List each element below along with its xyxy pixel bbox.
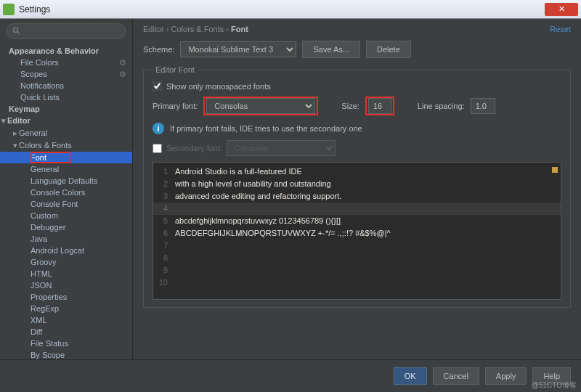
info-text: If primary font fails, IDE tries to use … bbox=[170, 124, 362, 133]
tree-item-html[interactable]: HTML bbox=[0, 268, 132, 279]
tree-item-editor[interactable]: ▾Editor bbox=[0, 115, 132, 127]
tree-item-json[interactable]: JSON bbox=[0, 279, 132, 291]
size-highlight bbox=[365, 97, 394, 115]
tree-item-file-status[interactable]: File Status bbox=[0, 338, 132, 349]
line-spacing-input[interactable] bbox=[471, 98, 495, 114]
tree-item-console-colors[interactable]: Console Colors bbox=[0, 187, 132, 198]
titlebar: Settings ✕ bbox=[0, 0, 581, 19]
close-icon[interactable]: ✕ bbox=[545, 3, 578, 16]
reset-link[interactable]: Reset bbox=[550, 25, 571, 33]
breadcrumb: Editor › Colors & Fonts › Font bbox=[143, 25, 571, 33]
size-input[interactable] bbox=[368, 98, 391, 114]
tree-item-general[interactable]: ▸General bbox=[0, 127, 132, 139]
app-icon bbox=[3, 4, 15, 15]
tree-item-by-scope[interactable]: By Scope bbox=[0, 349, 132, 359]
tree-item-properties[interactable]: Properties bbox=[0, 291, 132, 303]
tree-item-keymap[interactable]: Keymap bbox=[0, 103, 132, 115]
secondary-font-checkbox[interactable] bbox=[153, 144, 162, 153]
tree-item-regexp[interactable]: RegExp bbox=[0, 303, 132, 314]
ok-button[interactable]: OK bbox=[394, 367, 427, 385]
search-input[interactable] bbox=[6, 23, 126, 39]
tree-item-xml[interactable]: XML bbox=[0, 314, 132, 326]
tree-item-android-logcat[interactable]: Android Logcat bbox=[0, 245, 132, 256]
size-label: Size: bbox=[341, 102, 359, 110]
gear-icon: ⚙ bbox=[119, 58, 126, 68]
secondary-font-select: Consolas bbox=[227, 140, 336, 156]
info-icon: i bbox=[153, 123, 164, 134]
tree-item-colors-fonts[interactable]: ▾Colors & Fonts bbox=[0, 139, 132, 152]
tree-item-scopes[interactable]: Scopes⚙ bbox=[0, 68, 132, 80]
line-spacing-label: Line spacing: bbox=[418, 102, 465, 110]
window-title: Settings bbox=[19, 4, 545, 15]
svg-line-1 bbox=[17, 32, 20, 34]
secondary-font-label: Secondary font: bbox=[166, 144, 222, 152]
content-panel: Editor › Colors & Fonts › Font Reset Sch… bbox=[133, 19, 581, 359]
watermark: @51CTO博客 bbox=[532, 380, 577, 391]
scheme-select[interactable]: Monokai Sublime Text 3 bbox=[180, 41, 296, 57]
cancel-button[interactable]: Cancel bbox=[433, 367, 479, 385]
warning-marker-icon bbox=[552, 167, 558, 173]
show-monospaced-checkbox[interactable] bbox=[153, 81, 162, 91]
gear-icon: ⚙ bbox=[119, 70, 126, 79]
primary-font-select[interactable]: Consolas bbox=[206, 98, 315, 114]
tree-item-custom[interactable]: Custom bbox=[0, 210, 132, 221]
font-preview: 12345678910 Android Studio is a full-fea… bbox=[153, 162, 561, 300]
primary-font-highlight: Consolas bbox=[203, 97, 318, 115]
tree-item-quick-lists[interactable]: Quick Lists bbox=[0, 91, 132, 103]
tree-item-java[interactable]: Java bbox=[0, 233, 132, 245]
tree-item-appearance-behavior[interactable]: Appearance & Behavior bbox=[0, 45, 132, 57]
tree-item-language-defaults[interactable]: Language Defaults bbox=[0, 175, 132, 187]
primary-font-label: Primary font: bbox=[153, 102, 198, 110]
svg-point-0 bbox=[14, 28, 18, 33]
dialog-footer: OK Cancel Apply Help bbox=[0, 360, 581, 392]
tree-item-notifications[interactable]: Notifications bbox=[0, 80, 132, 91]
tree-item-console-font[interactable]: Console Font bbox=[0, 198, 132, 210]
save-as-button[interactable]: Save As... bbox=[302, 41, 360, 58]
scheme-label: Scheme: bbox=[143, 45, 174, 54]
tree-item-font[interactable]: Font bbox=[0, 152, 132, 163]
tree-item-groovy[interactable]: Groovy bbox=[0, 256, 132, 268]
tree-item-diff[interactable]: Diff bbox=[0, 326, 132, 338]
delete-button[interactable]: Delete bbox=[366, 41, 411, 58]
sidebar: Appearance & BehaviorFile Colors⚙Scopes⚙… bbox=[0, 19, 133, 359]
search-icon bbox=[12, 27, 21, 36]
show-monospaced-label: Show only monospaced fonts bbox=[166, 82, 271, 91]
settings-tree: Appearance & BehaviorFile Colors⚙Scopes⚙… bbox=[0, 44, 132, 359]
tree-item-debugger[interactable]: Debugger bbox=[0, 221, 132, 233]
editor-font-group: Editor Font Show only monospaced fonts P… bbox=[143, 65, 571, 308]
tree-item-general[interactable]: General bbox=[0, 163, 132, 175]
apply-button[interactable]: Apply bbox=[485, 367, 527, 385]
tree-item-file-colors[interactable]: File Colors⚙ bbox=[0, 57, 132, 68]
